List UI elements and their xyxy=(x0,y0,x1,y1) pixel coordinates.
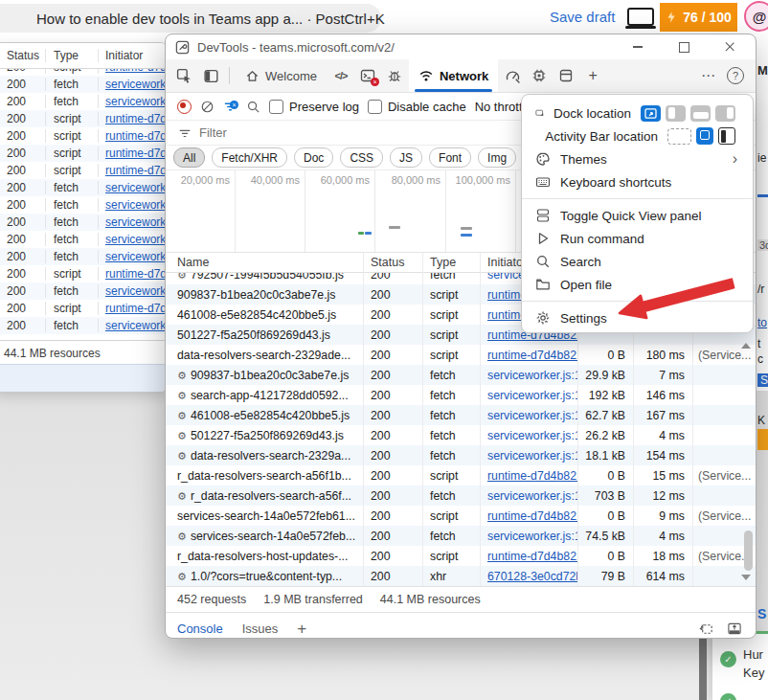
expand-quick-view-icon[interactable] xyxy=(727,621,742,636)
request-initiator-link: serviceworke xyxy=(98,95,166,108)
record-button[interactable] xyxy=(177,100,192,114)
request-time: 7 ms xyxy=(633,369,692,382)
network-request-row[interactable]: ⚙461008-e5e82854c420bbe5.js200fetchservi… xyxy=(166,405,756,425)
request-time: 180 ms xyxy=(633,349,692,362)
avatar[interactable]: @ xyxy=(744,1,768,32)
maximize-button[interactable] xyxy=(669,37,698,56)
request-initiator-link[interactable]: serviceworker.js:1 xyxy=(480,429,577,442)
scrollbar-thumb[interactable] xyxy=(744,531,753,571)
network-request-row[interactable]: r_data-resolvers-search-a56f1b...200scri… xyxy=(166,465,756,485)
preserve-log-toggle[interactable]: Preserve log xyxy=(269,100,359,114)
memory-icon[interactable] xyxy=(527,63,552,88)
screen-icon[interactable] xyxy=(627,8,654,26)
menu-item-keyboard-shortcuts[interactable]: Keyboard shortcuts xyxy=(522,170,753,193)
preserve-log-checkbox[interactable] xyxy=(269,100,283,114)
menu-item-run-command[interactable]: Run command xyxy=(522,227,753,250)
help-icon[interactable]: ? xyxy=(723,63,748,88)
network-request-row[interactable]: ⚙1.0/?cors=true&content-typ...200xhr6701… xyxy=(166,566,756,586)
column-initiator[interactable]: Initiator xyxy=(98,49,166,62)
request-initiator-link[interactable]: serviceworker.js:1 xyxy=(480,409,577,422)
filter-chip-all[interactable]: All xyxy=(173,147,205,168)
column-type[interactable]: Type xyxy=(45,49,98,62)
issues-bug-icon[interactable] xyxy=(382,63,407,88)
clear-icon[interactable] xyxy=(200,100,215,114)
filter-input[interactable]: Filter xyxy=(199,125,227,140)
menu-item-open-file[interactable]: Open file xyxy=(522,273,753,296)
request-initiator-link[interactable]: runtime-d7d4b821 xyxy=(480,469,577,483)
network-request-row[interactable]: ⚙909837-b1bea20c0c3abe7e.js200fetchservi… xyxy=(166,365,756,385)
network-request-row[interactable]: services-search-14a0e572feb61...200scrip… xyxy=(166,506,756,526)
request-initiator-link[interactable]: serviceworker.js:1 xyxy=(480,489,577,503)
request-initiator-link[interactable]: runtime-d7d4b821 xyxy=(480,349,577,362)
column-status[interactable]: Status xyxy=(0,49,45,62)
filter-chip-doc[interactable]: Doc xyxy=(294,147,333,168)
minimize-button[interactable] xyxy=(623,37,652,56)
sources-icon[interactable]: </> xyxy=(328,63,353,88)
menu-item-toggle-quick-view[interactable]: Toggle Quick View panel xyxy=(522,204,753,227)
request-initiator-link[interactable]: runtime-d7d4b821 xyxy=(480,509,577,523)
filter-chip-fetch-xhr[interactable]: Fetch/XHR xyxy=(212,147,287,168)
network-request-row[interactable]: ⚙data-resolvers-search-2329a...200fetchs… xyxy=(166,445,756,465)
request-initiator-link[interactable]: serviceworker.js:1 xyxy=(480,449,577,463)
editor-title-bar[interactable]: How to enable dev tools in Teams app a..… xyxy=(0,4,381,33)
filter-chip-css[interactable]: CSS xyxy=(340,147,383,168)
network-request-row[interactable]: data-resolvers-search-2329ade...200scrip… xyxy=(166,345,756,365)
background-table-header: Status Type Initiator xyxy=(0,43,166,69)
dock-left-button[interactable] xyxy=(666,105,686,122)
console-icon[interactable]: × xyxy=(355,63,380,88)
dock-bottom-button[interactable] xyxy=(690,105,711,122)
network-request-row[interactable]: ⚙search-app-4121728dd0592...200fetchserv… xyxy=(166,385,756,405)
menu-item-search[interactable]: Search xyxy=(522,250,753,273)
disable-cache-checkbox[interactable] xyxy=(368,100,382,114)
scrollbar-up-arrow[interactable] xyxy=(741,343,751,349)
customize-devtools-icon[interactable]: ⋯ xyxy=(696,63,721,88)
inspect-icon[interactable] xyxy=(171,63,196,88)
activity-bar-horizontal-button[interactable] xyxy=(667,128,691,145)
request-size: 18.1 kB xyxy=(577,449,633,463)
performance-icon[interactable] xyxy=(500,63,525,88)
score-icon xyxy=(666,11,678,24)
request-initiator-link[interactable]: serviceworker.js:1 xyxy=(480,369,577,382)
menu-item-themes[interactable]: Themes › xyxy=(522,147,753,170)
request-initiator-link[interactable]: serviceworker.js:1 xyxy=(480,389,577,402)
devtools-titlebar[interactable]: DevTools - teams.microsoft.com/v2/ xyxy=(166,34,756,59)
activity-bar-toggle-icon[interactable] xyxy=(198,63,223,88)
filter-toggle-icon[interactable]: × xyxy=(223,100,237,114)
tab-issues[interactable]: Issues xyxy=(242,613,279,639)
close-button[interactable] xyxy=(715,37,744,56)
scrollbar-down-arrow[interactable] xyxy=(741,575,751,580)
tab-console[interactable]: Console xyxy=(177,613,223,639)
network-request-row[interactable]: r_data-resolvers-host-updates-...200scri… xyxy=(166,546,756,566)
filter-chip-font[interactable]: Font xyxy=(429,147,471,168)
column-status[interactable]: Status xyxy=(363,256,422,269)
filter-chip-img[interactable]: Img xyxy=(478,147,516,168)
activity-bar-vertical-selected-button[interactable] xyxy=(696,127,713,145)
dock-undock-button[interactable] xyxy=(641,105,661,122)
background-request-row: 200fetchserviceworke xyxy=(0,179,166,196)
network-request-row[interactable]: ⚙501227-f5a250f869269d43.js200fetchservi… xyxy=(166,425,756,445)
network-request-row[interactable]: ⚙services-search-14a0e572feb...200fetchs… xyxy=(166,526,756,546)
add-drawer-tab-icon[interactable]: + xyxy=(297,620,306,639)
dock-right-button[interactable] xyxy=(715,105,735,122)
search-icon[interactable] xyxy=(246,100,260,114)
rotate-panel-icon[interactable] xyxy=(698,621,714,636)
activity-bar-left-button[interactable] xyxy=(718,127,735,145)
filter-chip-js[interactable]: JS xyxy=(390,147,422,168)
timeline-gridline xyxy=(445,170,446,252)
disable-cache-toggle[interactable]: Disable cache xyxy=(368,100,466,114)
network-request-row[interactable]: ⚙r_data-resolvers-search-a56f...200fetch… xyxy=(166,485,756,506)
request-initiator-link[interactable]: 670128-3e0cd72b6 xyxy=(480,570,577,583)
menu-item-settings[interactable]: Settings xyxy=(522,306,753,329)
column-type[interactable]: Type xyxy=(422,256,480,269)
request-type: script xyxy=(45,164,98,177)
tab-welcome[interactable]: Welcome xyxy=(236,59,327,92)
request-initiator-link[interactable]: serviceworker.js:1 xyxy=(480,530,577,543)
column-name[interactable]: Name xyxy=(166,256,363,269)
page-scrollbar[interactable] xyxy=(699,633,707,700)
tab-network[interactable]: Network xyxy=(409,59,498,92)
add-panel-icon[interactable]: + xyxy=(580,63,605,88)
score-badge[interactable]: 76 / 100 xyxy=(660,3,737,32)
save-draft-button[interactable]: Save draft xyxy=(550,9,615,25)
request-initiator-link[interactable]: runtime-d7d4b821 xyxy=(480,550,577,563)
application-icon[interactable] xyxy=(553,63,578,88)
